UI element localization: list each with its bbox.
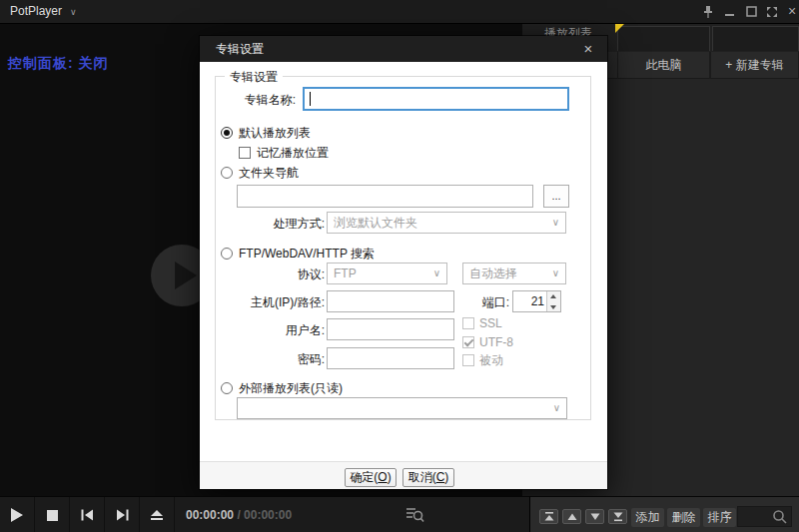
browse-button[interactable]: ... — [543, 185, 569, 208]
album-name-input[interactable] — [303, 87, 569, 111]
tab-this-pc[interactable]: 此电脑 — [617, 52, 710, 79]
osd-message: 控制面板: 关闭 — [8, 55, 109, 73]
minimize-button[interactable] — [721, 0, 739, 23]
playlist-search-input[interactable] — [737, 506, 792, 527]
port-label: 端口: — [476, 294, 509, 310]
eject-button[interactable] — [140, 497, 175, 532]
checkbox-ssl[interactable] — [462, 317, 474, 329]
radio-ftp-search-label: FTP/WebDAV/HTTP 搜索 — [239, 246, 375, 262]
delete-button[interactable]: 删除 — [667, 508, 700, 527]
radio-default-playlist[interactable] — [221, 127, 233, 139]
potplayer-window: PotPlayer ∨ × — [0, 0, 799, 532]
minimize-icon — [725, 7, 735, 17]
chevron-down-icon: ∨ — [553, 398, 560, 418]
play-icon — [11, 508, 23, 522]
move-up-icon — [566, 511, 578, 522]
password-label: 密码: — [245, 351, 325, 367]
chevron-down-icon: ∨ — [70, 1, 77, 24]
move-down-icon — [589, 511, 601, 522]
chevron-down-icon: ∨ — [552, 264, 559, 283]
next-icon — [116, 509, 129, 521]
dialog-footer: 确定(O) 取消(C) — [200, 461, 607, 489]
dialog-titlebar[interactable]: 专辑设置 × — [200, 36, 607, 62]
yellow-corner-marker — [615, 24, 624, 33]
port-spinner[interactable] — [512, 290, 561, 312]
maximize-icon — [746, 6, 757, 17]
spin-down-button[interactable] — [547, 301, 560, 311]
maximize-button[interactable] — [742, 0, 760, 23]
playlist-toolbar: 添加 删除 排序 — [529, 496, 799, 532]
dialog-close-button[interactable]: × — [577, 36, 599, 62]
radio-external-playlist[interactable] — [221, 382, 233, 394]
total-time: / 00:00:00 — [234, 508, 292, 522]
protocol-value: FTP — [334, 264, 357, 283]
app-menu-button[interactable]: PotPlayer — [10, 0, 62, 23]
fullscreen-button[interactable] — [763, 0, 781, 23]
host-label: 主机(IP)/路径: — [225, 294, 325, 310]
protocol-select[interactable]: FTP ∨ — [327, 263, 447, 284]
chevron-down-icon: ∨ — [433, 264, 440, 283]
radio-external-playlist-label: 外部播放列表(只读) — [239, 380, 343, 396]
radio-folder-navigation[interactable] — [221, 167, 233, 179]
playlist-search-button[interactable] — [405, 506, 424, 523]
previous-button[interactable] — [70, 497, 105, 532]
username-input[interactable] — [327, 318, 454, 340]
spinner-buttons — [546, 291, 560, 311]
password-input[interactable] — [327, 347, 454, 369]
current-time: 00:00:00 — [186, 508, 234, 522]
next-button[interactable] — [105, 497, 140, 532]
ok-button[interactable]: 确定(O) — [345, 468, 397, 487]
play-button[interactable] — [0, 497, 35, 532]
list-search-icon — [405, 506, 424, 523]
charset-select[interactable]: 自动选择 ∨ — [462, 263, 566, 284]
checkbox-remember-position[interactable] — [239, 147, 251, 159]
move-up-button[interactable] — [562, 509, 581, 524]
play-icon — [175, 262, 197, 289]
check-icon — [464, 337, 474, 347]
host-input[interactable] — [327, 290, 454, 312]
checkbox-remember-position-label: 记忆播放位置 — [257, 145, 329, 161]
pin-icon — [702, 5, 714, 19]
dialog-title: 专辑设置 — [216, 36, 264, 62]
playlist-header-slot — [712, 26, 799, 51]
tab-new-album[interactable]: + 新建专辑 — [710, 52, 799, 79]
album-name-label: 专辑名称: — [216, 92, 296, 108]
add-button[interactable]: 添加 — [631, 508, 664, 527]
chevron-down-icon: ∨ — [552, 213, 559, 233]
cancel-button[interactable]: 取消(C) — [402, 468, 454, 487]
protocol-label: 协议: — [245, 266, 325, 282]
playlist-header-slot — [617, 26, 710, 51]
folder-path-input[interactable] — [237, 185, 533, 208]
radio-folder-navigation-label: 文件夹导航 — [239, 165, 299, 181]
groupbox-legend: 专辑设置 — [225, 69, 283, 86]
close-icon: × — [788, 0, 796, 23]
checkbox-utf8[interactable] — [462, 336, 474, 348]
stop-icon — [47, 510, 58, 521]
sort-button[interactable]: 排序 — [703, 508, 736, 527]
text-caret — [310, 92, 311, 106]
move-down-button[interactable] — [585, 509, 604, 524]
radio-default-playlist-label: 默认播放列表 — [239, 125, 311, 141]
move-top-button[interactable] — [539, 509, 558, 524]
fullscreen-icon — [766, 6, 778, 18]
checkbox-passive-label: 被动 — [479, 352, 503, 368]
pin-button[interactable] — [699, 0, 717, 23]
move-top-icon — [543, 511, 555, 522]
checkbox-passive[interactable] — [462, 354, 474, 366]
username-label: 用户名: — [245, 322, 325, 338]
checkbox-utf8-label: UTF-8 — [479, 334, 513, 350]
handling-mode-value: 浏览默认文件夹 — [334, 213, 417, 233]
move-bottom-button[interactable] — [608, 509, 627, 524]
previous-icon — [81, 509, 94, 521]
close-button[interactable]: × — [783, 0, 799, 23]
external-playlist-select[interactable]: ∨ — [237, 397, 567, 419]
port-input — [513, 291, 546, 311]
album-settings-dialog: 专辑设置 × 专辑设置 专辑名称: 默认播放列表 记忆播放位置 文件夹导航 .. — [200, 36, 607, 489]
checkbox-ssl-label: SSL — [479, 315, 502, 331]
window-titlebar: PotPlayer ∨ × — [0, 0, 799, 24]
handling-mode-select[interactable]: 浏览默认文件夹 ∨ — [327, 212, 566, 234]
stop-button[interactable] — [35, 497, 70, 532]
dialog-body: 专辑设置 专辑名称: 默认播放列表 记忆播放位置 文件夹导航 ... 处理方式: — [200, 62, 607, 489]
radio-ftp-search[interactable] — [221, 248, 233, 260]
time-display: 00:00:00 / 00:00:00 — [186, 497, 292, 532]
